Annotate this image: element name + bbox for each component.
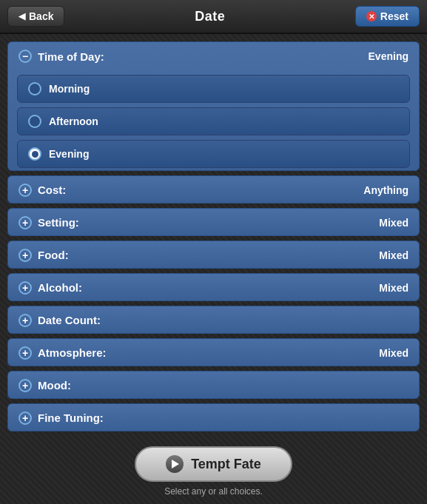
expand-date-count-icon: +: [19, 314, 32, 327]
date-count-section: + Date Count:: [7, 306, 420, 334]
cost-section: + Cost: Anything: [7, 175, 420, 204]
bottom-hint: Select any or all choices.: [164, 486, 263, 497]
time-of-day-section: − Time of Day: Evening Morning Afternoon…: [7, 41, 420, 171]
time-of-day-label: Time of Day:: [38, 50, 104, 63]
mood-label: Mood:: [38, 379, 71, 392]
alcohol-header-left: + Alcohol:: [19, 281, 82, 295]
setting-header-left: + Setting:: [19, 216, 79, 229]
reset-label: Reset: [380, 10, 408, 22]
x-icon: ✕: [366, 11, 377, 21]
food-header[interactable]: + Food: Mixed: [8, 241, 419, 269]
fine-tuning-header[interactable]: + Fine Tuning:: [8, 404, 419, 431]
radio-evening-inner: [32, 151, 38, 158]
expand-cost-icon: +: [19, 184, 32, 197]
alcohol-label: Alcohol:: [38, 281, 82, 294]
radio-afternoon: [28, 115, 41, 128]
radio-evening: [28, 147, 41, 161]
alcohol-value: Mixed: [379, 282, 408, 294]
cost-label: Cost:: [38, 184, 66, 196]
play-triangle: [172, 460, 179, 468]
back-button[interactable]: ◀ Back: [7, 6, 64, 27]
cost-header-left: + Cost:: [19, 184, 66, 197]
play-icon: [166, 455, 184, 473]
tempt-fate-button[interactable]: Tempt Fate: [135, 446, 292, 482]
setting-value: Mixed: [379, 217, 408, 229]
mood-section: + Mood:: [7, 371, 420, 399]
setting-label: Setting:: [38, 216, 79, 229]
food-value: Mixed: [379, 249, 408, 261]
expand-alcohol-icon: +: [19, 281, 32, 295]
cost-value: Anything: [363, 184, 408, 196]
option-afternoon-label: Afternoon: [49, 115, 98, 127]
radio-morning: [28, 82, 41, 95]
date-count-label: Date Count:: [38, 314, 101, 326]
expand-food-icon: +: [19, 249, 32, 262]
atmosphere-section: + Atmosphere: Mixed: [7, 338, 420, 366]
time-of-day-value: Evening: [369, 50, 408, 62]
cost-header[interactable]: + Cost: Anything: [8, 176, 419, 204]
time-of-day-header-left: − Time of Day:: [19, 50, 104, 63]
collapse-icon: −: [19, 50, 32, 63]
option-evening[interactable]: Evening: [17, 140, 410, 168]
page-title: Date: [195, 9, 225, 24]
time-of-day-header[interactable]: − Time of Day: Evening: [8, 42, 419, 70]
app-header: ◀ Back Date ✕ Reset: [0, 0, 427, 34]
date-count-header[interactable]: + Date Count:: [8, 306, 419, 334]
atmosphere-header-left: + Atmosphere:: [19, 346, 107, 360]
mood-header[interactable]: + Mood:: [8, 372, 419, 399]
food-header-left: + Food:: [19, 249, 69, 262]
back-label: Back: [29, 10, 53, 22]
tempt-fate-label: Tempt Fate: [191, 457, 261, 472]
expand-atmosphere-icon: +: [19, 346, 32, 360]
alcohol-header[interactable]: + Alcohol: Mixed: [8, 274, 419, 301]
option-afternoon[interactable]: Afternoon: [17, 107, 410, 135]
setting-section: + Setting: Mixed: [7, 208, 420, 236]
back-arrow-icon: ◀: [19, 11, 25, 21]
atmosphere-label: Atmosphere:: [38, 346, 107, 359]
expand-mood-icon: +: [19, 379, 32, 392]
time-of-day-options: Morning Afternoon Evening: [8, 70, 419, 171]
expand-fine-tuning-icon: +: [19, 411, 32, 425]
atmosphere-value: Mixed: [379, 347, 408, 359]
mood-header-left: + Mood:: [19, 379, 71, 392]
reset-button[interactable]: ✕ Reset: [355, 6, 420, 27]
option-morning[interactable]: Morning: [17, 75, 410, 103]
main-content: − Time of Day: Evening Morning Afternoon…: [0, 34, 427, 439]
atmosphere-header[interactable]: + Atmosphere: Mixed: [8, 339, 419, 366]
fine-tuning-label: Fine Tuning:: [38, 411, 104, 424]
setting-header[interactable]: + Setting: Mixed: [8, 209, 419, 236]
expand-setting-icon: +: [19, 216, 32, 229]
fine-tuning-header-left: + Fine Tuning:: [19, 411, 104, 425]
food-label: Food:: [38, 249, 69, 261]
option-evening-label: Evening: [49, 148, 89, 160]
alcohol-section: + Alcohol: Mixed: [7, 273, 420, 301]
fine-tuning-section: + Fine Tuning:: [7, 403, 420, 431]
bottom-area: Tempt Fate Select any or all choices.: [0, 439, 427, 504]
option-morning-label: Morning: [49, 83, 90, 95]
food-section: + Food: Mixed: [7, 241, 420, 269]
date-count-header-left: + Date Count:: [19, 314, 101, 327]
